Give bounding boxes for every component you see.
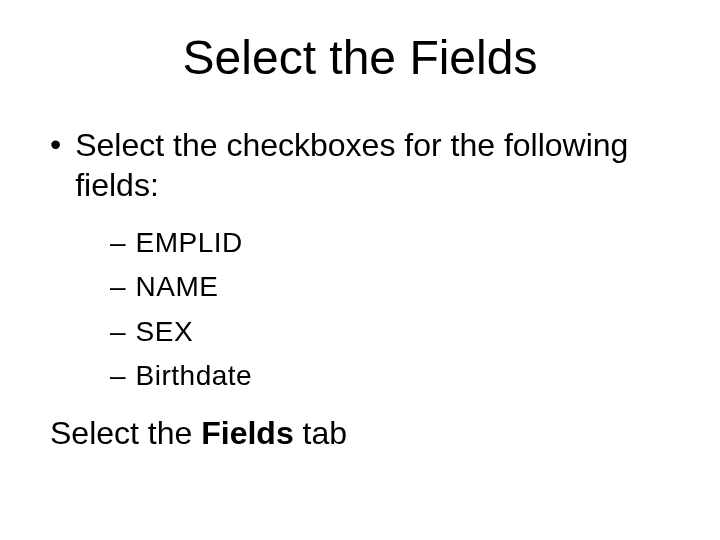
list-item: – NAME [110,269,680,305]
field-sub-list: – EMPLID – NAME – SEX – Birthdate [40,225,680,395]
footer-suffix: tab [294,415,347,451]
dash-icon: – [110,269,126,305]
list-item: – SEX [110,314,680,350]
footer-instruction: Select the Fields tab [40,415,680,452]
footer-prefix: Select the [50,415,201,451]
field-label: EMPLID [136,225,243,261]
bullet-icon: • [50,125,61,163]
dash-icon: – [110,358,126,394]
field-label: SEX [136,314,194,350]
list-item: – Birthdate [110,358,680,394]
main-bullet-item: • Select the checkboxes for the followin… [40,125,680,205]
field-label: Birthdate [136,358,253,394]
slide-title: Select the Fields [40,30,680,85]
dash-icon: – [110,225,126,261]
field-label: NAME [136,269,219,305]
list-item: – EMPLID [110,225,680,261]
dash-icon: – [110,314,126,350]
main-bullet-text: Select the checkboxes for the following … [75,125,680,205]
footer-bold: Fields [201,415,293,451]
